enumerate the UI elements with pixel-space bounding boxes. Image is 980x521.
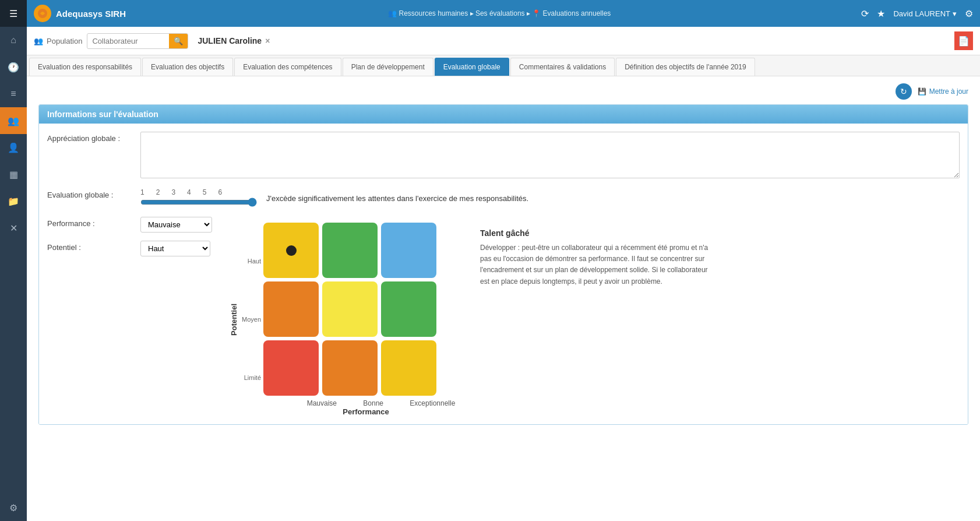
tag-close-button[interactable]: ×	[265, 36, 270, 45]
refresh-icon: ↻	[900, 87, 907, 96]
slider-wrap	[140, 198, 257, 209]
performance-label: Performance :	[47, 217, 140, 228]
sidebar-item-people[interactable]: 👥	[0, 107, 27, 134]
matrix-cell-1-0	[263, 281, 319, 337]
evaluation-field: 1 2 3 4 5 6	[140, 188, 960, 209]
sidebar-item-chart[interactable]: ▦	[0, 161, 27, 188]
matrix-cell-1-1	[322, 281, 378, 337]
profile-icon: 🕐	[8, 62, 19, 73]
matrix-y-label: Potentiel	[230, 304, 238, 336]
sidebar-item-user[interactable]: 👤	[0, 134, 27, 161]
tab-responsabilites[interactable]: Evaluation des responsabilités	[29, 58, 141, 76]
sidebar-item-list[interactable]: ≡	[0, 80, 27, 107]
app-title: Adequasys SIRH	[56, 9, 126, 19]
matrix-cell-0-1	[322, 223, 378, 278]
potentiel-row: Potentiel : Limité Moyen Haut	[47, 241, 212, 256]
save-icon: 💾	[918, 87, 926, 96]
search-bar: 👥 Population 🔍 JULIEN Caroline × 📄	[27, 27, 980, 55]
tab-developpement[interactable]: Plan de développement	[343, 58, 433, 76]
employee-name: JULIEN Caroline	[198, 36, 262, 45]
app-logo: Adequasys SIRH	[34, 5, 126, 22]
performance-field: Mauvaise Bonne Exceptionnelle	[140, 217, 212, 233]
sidebar-item-x[interactable]: ✕	[0, 214, 27, 241]
talent-description-panel: Talent gâché Développer : peut-être un c…	[480, 223, 713, 416]
matrix-y-ticks: Haut Moyen Limité	[242, 232, 261, 407]
appreciation-field	[140, 132, 960, 180]
population-label: 👥 Population	[34, 37, 82, 45]
tab-commentaires[interactable]: Commentaires & validations	[510, 58, 615, 76]
employee-tag: JULIEN Caroline ×	[198, 36, 270, 45]
sidebar: ☰ ⌂ 🕐 ≡ 👥 👤 ▦ 📁 ✕ ⚙	[0, 0, 27, 521]
matrix-x-title: Performance	[343, 407, 389, 416]
refresh-icon-btn[interactable]: ⟳	[861, 8, 869, 19]
page-content: ↻ 💾 Mettre à jour Informations sur l'éva…	[27, 76, 980, 521]
topbar-right: ⟳ ★ David LAURENT ▾ ⚙	[861, 8, 973, 19]
top-right-actions: ↻ 💾 Mettre à jour	[38, 83, 968, 100]
evaluation-label: Evaluation globale :	[47, 188, 140, 199]
tab-objectifs-2019[interactable]: Définition des objectifs de l'année 2019	[616, 58, 755, 76]
matrix-cell-1-2	[381, 281, 436, 337]
breadcrumb: 👥 Ressources humaines ▸ Ses évaluations …	[138, 9, 861, 17]
user-name: David LAURENT	[893, 9, 950, 18]
talent-title: Talent gâché	[480, 228, 713, 238]
matrix-x-labels: Mauvaise Bonne Exceptionnelle	[294, 399, 468, 407]
chevron-down-icon: ▾	[953, 9, 957, 18]
matrix-grid	[263, 223, 468, 396]
refresh-button[interactable]: ↻	[896, 83, 912, 100]
breadcrumb-text: Ressources humaines ▸ Ses évaluations ▸ …	[399, 9, 611, 17]
collaborateur-input[interactable]	[87, 34, 169, 48]
matrix-cell-2-1	[322, 340, 378, 396]
settings-icon-btn[interactable]: ⚙	[965, 8, 973, 19]
box-icon: 📁	[8, 196, 19, 207]
info-panel-body: Appréciation globale : Evaluation global…	[39, 124, 968, 424]
list-icon: ≡	[10, 89, 16, 99]
grid-matrix: Potentiel Haut Moyen Limité	[230, 223, 468, 416]
matrix-cell-0-2	[381, 223, 436, 278]
sidebar-item-menu[interactable]: ☰	[0, 0, 27, 27]
matrix-dot	[286, 245, 297, 256]
topbar: Adequasys SIRH 👥 Ressources humaines ▸ S…	[27, 0, 980, 27]
slider-labels: 1 2 3 4 5 6	[140, 188, 257, 196]
tab-objectifs[interactable]: Evaluation des objectifs	[142, 58, 233, 76]
tab-competences[interactable]: Evaluation des compétences	[234, 58, 341, 76]
sidebar-item-settings[interactable]: ⚙	[0, 494, 27, 521]
content-wrapper: 👥 Population 🔍 JULIEN Caroline × 📄 Evalu…	[27, 27, 980, 521]
user-menu[interactable]: David LAURENT ▾	[893, 9, 957, 18]
settings-icon: ⚙	[9, 502, 17, 513]
info-panel-header: Informations sur l'évaluation	[39, 105, 968, 124]
matrix-cell-2-2	[381, 340, 436, 396]
update-button[interactable]: 💾 Mettre à jour	[918, 87, 968, 96]
matrix-outer: Potentiel Haut Moyen Limité	[230, 223, 468, 416]
hamburger-icon: ☰	[9, 8, 17, 19]
talent-desc: Développer : peut-être un collaborateur …	[480, 242, 713, 287]
action-top-button[interactable]: 📄	[954, 31, 973, 50]
appreciation-textarea[interactable]	[140, 132, 960, 178]
evaluation-row: Evaluation globale : 1 2 3 4 5	[47, 188, 960, 209]
potentiel-select[interactable]: Limité Moyen Haut	[140, 241, 210, 256]
perf-potentiel-section: Performance : Mauvaise Bonne Exceptionne…	[47, 217, 212, 265]
user-icon: 👤	[8, 142, 19, 153]
breadcrumb-icon: 👥	[388, 9, 397, 17]
main-area: Adequasys SIRH 👥 Ressources humaines ▸ S…	[27, 0, 980, 521]
matrix-cell-0-0	[263, 223, 319, 278]
performance-select[interactable]: Mauvaise Bonne Exceptionnelle	[140, 217, 212, 233]
search-button[interactable]: 🔍	[169, 34, 188, 48]
slider-value-text: J'excède significativement les attentes …	[266, 194, 528, 203]
sidebar-item-box[interactable]: 📁	[0, 188, 27, 214]
matrix-cell-2-0	[263, 340, 319, 396]
potentiel-label: Potentiel :	[47, 241, 140, 252]
search-input-wrap: 🔍	[87, 33, 188, 49]
x-icon: ✕	[10, 223, 17, 234]
evaluation-slider[interactable]	[140, 198, 257, 207]
star-icon-btn[interactable]: ★	[877, 8, 885, 19]
population-icon: 👥	[34, 37, 43, 45]
chart-icon: ▦	[9, 169, 18, 180]
performance-row: Performance : Mauvaise Bonne Exceptionne…	[47, 217, 212, 233]
tabs-bar: Evaluation des responsabilités Evaluatio…	[27, 55, 980, 76]
people-icon: 👥	[8, 115, 19, 126]
logo-icon	[34, 5, 51, 22]
tab-evaluation-globale[interactable]: Evaluation globale	[435, 58, 509, 76]
sidebar-item-home[interactable]: ⌂	[0, 27, 27, 54]
sidebar-item-profile[interactable]: 🕐	[0, 54, 27, 80]
appreciation-label: Appréciation globale :	[47, 132, 140, 143]
